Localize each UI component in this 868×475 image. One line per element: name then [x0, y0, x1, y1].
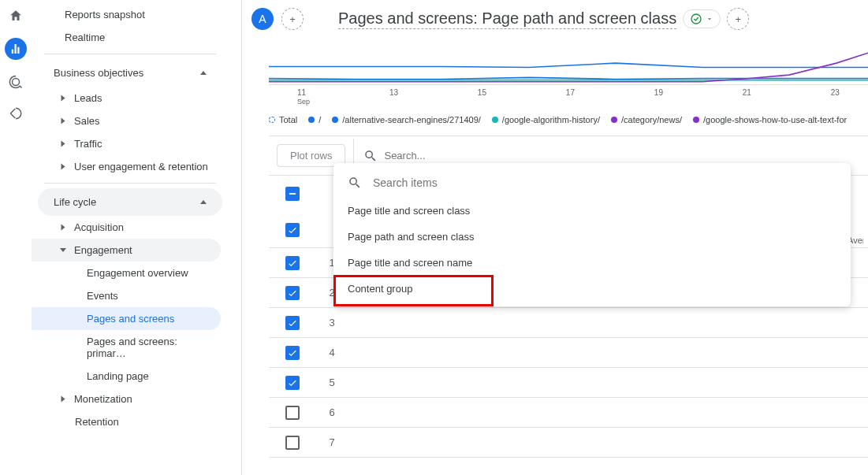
dimension-dropdown: Page title and screen class Page path an… — [333, 163, 851, 306]
row-number: 6 — [316, 406, 348, 418]
search-icon — [348, 176, 362, 190]
section-label: Business objectives — [54, 67, 143, 79]
chevron-up-icon — [200, 71, 207, 75]
row-checkbox[interactable] — [285, 316, 300, 330]
title-row: Pages and screens: Page path and screen … — [338, 8, 749, 30]
sidebar-item-monetization[interactable]: Monetization — [32, 388, 229, 410]
sidebar-item-leads[interactable]: Leads — [32, 87, 229, 109]
legend-item[interactable]: /alternative-search-engines/271409/ — [332, 115, 481, 124]
add-comparison-button[interactable]: + — [281, 8, 304, 30]
dropdown-item-content-group[interactable]: Content group — [333, 276, 851, 302]
sidebar-section-lifecycle[interactable]: Life cycle — [38, 188, 222, 216]
table-row: 4 — [269, 338, 868, 368]
sidebar-item-retention[interactable]: Retention — [32, 410, 229, 433]
line-chart — [269, 38, 868, 85]
sidebar-section-business[interactable]: Business objectives — [38, 59, 222, 87]
row-number: 7 — [316, 436, 348, 448]
sidebar-item-engagement-retention[interactable]: User engagement & retention — [32, 155, 229, 178]
sidebar-item-realtime[interactable]: Realtime — [32, 26, 229, 49]
row-number: 3 — [316, 317, 348, 328]
chevron-down-icon — [706, 15, 713, 23]
table-row: 3 — [269, 308, 868, 338]
table-row: 6 — [269, 398, 868, 428]
chart-svg — [269, 38, 868, 85]
sidebar-item-sales[interactable]: Sales — [32, 109, 229, 132]
sidebar-item-landing-page[interactable]: Landing page — [32, 365, 229, 388]
sidebar-item-engagement-overview[interactable]: Engagement overview — [32, 262, 229, 284]
caret-icon — [61, 141, 65, 147]
sidebar-item-acquisition[interactable]: Acquisition — [32, 216, 229, 239]
section-label: Life cycle — [54, 196, 96, 208]
dropdown-search-input[interactable] — [373, 176, 836, 189]
sidebar-item-engagement[interactable]: Engagement — [32, 239, 221, 262]
table-row: 7 — [269, 428, 868, 458]
caret-icon — [61, 118, 65, 124]
row-number: 5 — [316, 377, 348, 388]
table-row: 5 — [269, 368, 868, 398]
dropdown-item[interactable]: Page path and screen class — [333, 224, 851, 250]
row-checkbox[interactable] — [285, 256, 300, 270]
home-icon[interactable] — [6, 6, 25, 25]
caret-down-icon — [60, 248, 66, 252]
legend-swatch — [269, 117, 275, 123]
check-circle-icon — [690, 13, 702, 25]
row-checkbox[interactable] — [285, 286, 300, 300]
chart-x-axis: 11Sep 13 15 17 19 21 23 — [269, 85, 868, 109]
legend-item[interactable]: / — [308, 115, 321, 124]
row-checkbox[interactable] — [285, 346, 300, 360]
caret-icon — [61, 225, 65, 231]
svg-point-0 — [691, 14, 701, 24]
dropdown-search — [333, 168, 851, 198]
status-chip[interactable] — [683, 9, 721, 28]
nav-rail — [0, 0, 32, 475]
sidebar-item-pages-screens-primary[interactable]: Pages and screens: primar… — [32, 330, 229, 365]
dropdown-item[interactable]: Page title and screen name — [333, 250, 851, 276]
row-checkbox[interactable] — [285, 436, 300, 450]
legend-swatch — [492, 117, 498, 123]
table-search-input[interactable] — [384, 150, 859, 161]
caret-icon — [61, 396, 65, 403]
sidebar-item-pages-screens[interactable]: Pages and screens — [32, 307, 221, 330]
dropdown-item[interactable]: Page title and screen class — [333, 198, 851, 224]
chart-legend: Total / /alternative-search-engines/2714… — [242, 109, 868, 131]
caret-icon — [61, 95, 65, 102]
sidebar-item-reports-snapshot[interactable]: Reports snapshot — [32, 3, 229, 26]
legend-item[interactable]: /google-algorithm-history/ — [492, 115, 600, 124]
caret-icon — [61, 164, 65, 170]
legend-item[interactable]: /category/news/ — [611, 115, 682, 124]
advertising-icon[interactable] — [6, 104, 25, 123]
svg-rect-1 — [289, 193, 296, 195]
customize-button[interactable]: + — [727, 8, 749, 30]
divider — [44, 183, 216, 184]
sidebar-item-events[interactable]: Events — [32, 284, 229, 307]
row-number: 4 — [316, 347, 348, 358]
row-checkbox[interactable] — [285, 376, 300, 390]
legend-item[interactable]: Total — [269, 115, 297, 124]
page-title: Pages and screens: Page path and screen … — [338, 9, 676, 29]
sidebar-item-traffic[interactable]: Traffic — [32, 132, 229, 155]
avatar[interactable]: A — [251, 8, 274, 30]
chevron-up-icon — [200, 200, 207, 204]
legend-swatch — [693, 117, 699, 123]
legend-swatch — [611, 117, 617, 123]
row-checkbox[interactable] — [285, 406, 300, 420]
legend-item[interactable]: /google-shows-how-to-use-alt-text-for — [693, 115, 847, 124]
legend-swatch — [332, 117, 338, 123]
legend-swatch — [308, 117, 315, 123]
sidebar: Reports snapshot Realtime Business objec… — [32, 0, 229, 475]
row-checkbox[interactable] — [285, 223, 300, 237]
search-icon — [363, 149, 378, 163]
row-checkbox[interactable] — [285, 187, 300, 201]
header-bar: A + Pages and screens: Page path and scr… — [242, 0, 868, 38]
divider — [44, 54, 216, 54]
explore-icon[interactable] — [6, 72, 25, 91]
reports-icon[interactable] — [5, 38, 27, 60]
